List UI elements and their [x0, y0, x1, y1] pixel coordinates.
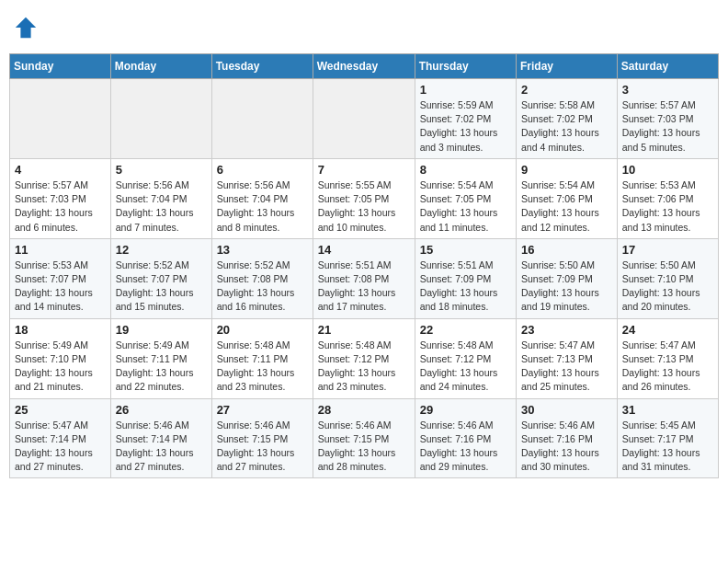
day-number: 31 [622, 403, 713, 417]
day-info: Sunrise: 5:48 AM Sunset: 7:12 PM Dayligh… [318, 339, 410, 395]
calendar-cell: 16Sunrise: 5:50 AM Sunset: 7:09 PM Dayli… [517, 238, 618, 318]
day-info: Sunrise: 5:49 AM Sunset: 7:10 PM Dayligh… [15, 339, 106, 395]
day-number: 12 [116, 243, 207, 257]
day-info: Sunrise: 5:52 AM Sunset: 7:08 PM Dayligh… [217, 259, 308, 315]
day-number: 9 [521, 163, 612, 177]
day-number: 23 [521, 323, 612, 337]
day-number: 25 [15, 403, 106, 417]
day-info: Sunrise: 5:56 AM Sunset: 7:04 PM Dayligh… [217, 178, 308, 235]
calendar-cell: 27Sunrise: 5:46 AM Sunset: 7:15 PM Dayli… [211, 398, 313, 478]
calendar-cell: 25Sunrise: 5:47 AM Sunset: 7:14 PM Dayli… [10, 398, 111, 478]
day-info: Sunrise: 5:53 AM Sunset: 7:07 PM Dayligh… [15, 259, 106, 315]
day-number: 15 [420, 243, 511, 257]
day-number: 5 [116, 163, 207, 177]
calendar-body: 1Sunrise: 5:59 AM Sunset: 7:02 PM Daylig… [10, 79, 719, 478]
day-info: Sunrise: 5:56 AM Sunset: 7:04 PM Dayligh… [116, 178, 207, 235]
day-number: 3 [622, 83, 713, 97]
calendar-cell [211, 79, 313, 159]
day-info: Sunrise: 5:48 AM Sunset: 7:11 PM Dayligh… [217, 339, 308, 395]
calendar-cell: 10Sunrise: 5:53 AM Sunset: 7:06 PM Dayli… [617, 158, 718, 238]
day-number: 24 [622, 323, 713, 337]
weekday-header-tuesday: Tuesday [211, 54, 313, 79]
day-info: Sunrise: 5:46 AM Sunset: 7:14 PM Dayligh… [116, 419, 207, 475]
day-info: Sunrise: 5:53 AM Sunset: 7:06 PM Dayligh… [622, 178, 713, 235]
day-info: Sunrise: 5:57 AM Sunset: 7:03 PM Dayligh… [15, 178, 106, 235]
calendar-cell: 6Sunrise: 5:56 AM Sunset: 7:04 PM Daylig… [211, 158, 313, 238]
day-number: 19 [116, 323, 207, 337]
calendar-cell: 15Sunrise: 5:51 AM Sunset: 7:09 PM Dayli… [415, 238, 516, 318]
calendar-cell: 7Sunrise: 5:55 AM Sunset: 7:05 PM Daylig… [313, 158, 415, 238]
calendar-cell: 26Sunrise: 5:46 AM Sunset: 7:14 PM Dayli… [110, 398, 211, 478]
calendar-cell: 31Sunrise: 5:45 AM Sunset: 7:17 PM Dayli… [617, 398, 718, 478]
calendar-cell: 4Sunrise: 5:57 AM Sunset: 7:03 PM Daylig… [10, 158, 111, 238]
day-info: Sunrise: 5:48 AM Sunset: 7:12 PM Dayligh… [420, 339, 511, 395]
calendar-week-3: 11Sunrise: 5:53 AM Sunset: 7:07 PM Dayli… [10, 238, 719, 318]
day-number: 27 [217, 403, 308, 417]
calendar-cell: 30Sunrise: 5:46 AM Sunset: 7:16 PM Dayli… [517, 398, 618, 478]
day-info: Sunrise: 5:54 AM Sunset: 7:05 PM Dayligh… [420, 178, 511, 235]
day-number: 18 [15, 323, 106, 337]
day-info: Sunrise: 5:47 AM Sunset: 7:13 PM Dayligh… [622, 339, 713, 395]
weekday-header-monday: Monday [110, 54, 211, 79]
day-number: 2 [521, 83, 612, 97]
weekday-header-friday: Friday [517, 54, 618, 79]
day-number: 7 [318, 163, 410, 177]
day-info: Sunrise: 5:51 AM Sunset: 7:08 PM Dayligh… [318, 259, 410, 315]
weekday-header-wednesday: Wednesday [313, 54, 415, 79]
weekday-header-sunday: Sunday [10, 54, 111, 79]
calendar-cell [110, 79, 211, 159]
day-number: 8 [420, 163, 511, 177]
calendar-cell: 1Sunrise: 5:59 AM Sunset: 7:02 PM Daylig… [415, 79, 516, 159]
day-info: Sunrise: 5:57 AM Sunset: 7:03 PM Dayligh… [622, 98, 713, 155]
day-number: 11 [15, 243, 106, 257]
svg-marker-0 [16, 17, 36, 38]
day-number: 13 [217, 243, 308, 257]
day-number: 29 [420, 403, 511, 417]
calendar-cell: 14Sunrise: 5:51 AM Sunset: 7:08 PM Dayli… [313, 238, 415, 318]
day-number: 6 [217, 163, 308, 177]
day-info: Sunrise: 5:46 AM Sunset: 7:15 PM Dayligh… [217, 419, 308, 475]
day-number: 20 [217, 323, 308, 337]
day-info: Sunrise: 5:46 AM Sunset: 7:15 PM Dayligh… [318, 419, 410, 475]
calendar-cell: 9Sunrise: 5:54 AM Sunset: 7:06 PM Daylig… [517, 158, 618, 238]
calendar-cell: 13Sunrise: 5:52 AM Sunset: 7:08 PM Dayli… [211, 238, 313, 318]
calendar-cell: 18Sunrise: 5:49 AM Sunset: 7:10 PM Dayli… [10, 318, 111, 398]
day-info: Sunrise: 5:46 AM Sunset: 7:16 PM Dayligh… [521, 419, 612, 475]
calendar-week-1: 1Sunrise: 5:59 AM Sunset: 7:02 PM Daylig… [10, 79, 719, 159]
day-number: 4 [15, 163, 106, 177]
day-number: 22 [420, 323, 511, 337]
day-number: 28 [318, 403, 410, 417]
day-number: 26 [116, 403, 207, 417]
day-info: Sunrise: 5:51 AM Sunset: 7:09 PM Dayligh… [420, 259, 511, 315]
day-info: Sunrise: 5:47 AM Sunset: 7:13 PM Dayligh… [521, 339, 612, 395]
calendar-cell: 24Sunrise: 5:47 AM Sunset: 7:13 PM Dayli… [617, 318, 718, 398]
calendar-cell: 11Sunrise: 5:53 AM Sunset: 7:07 PM Dayli… [10, 238, 111, 318]
calendar-cell: 2Sunrise: 5:58 AM Sunset: 7:02 PM Daylig… [517, 79, 618, 159]
calendar-cell: 28Sunrise: 5:46 AM Sunset: 7:15 PM Dayli… [313, 398, 415, 478]
calendar-week-2: 4Sunrise: 5:57 AM Sunset: 7:03 PM Daylig… [10, 158, 719, 238]
calendar-cell: 8Sunrise: 5:54 AM Sunset: 7:05 PM Daylig… [415, 158, 516, 238]
day-info: Sunrise: 5:58 AM Sunset: 7:02 PM Dayligh… [521, 98, 612, 155]
calendar-cell: 12Sunrise: 5:52 AM Sunset: 7:07 PM Dayli… [110, 238, 211, 318]
day-info: Sunrise: 5:46 AM Sunset: 7:16 PM Dayligh… [420, 419, 511, 475]
calendar-cell [313, 79, 415, 159]
calendar-cell: 3Sunrise: 5:57 AM Sunset: 7:03 PM Daylig… [617, 79, 718, 159]
day-number: 14 [318, 243, 410, 257]
day-number: 30 [521, 403, 612, 417]
day-info: Sunrise: 5:59 AM Sunset: 7:02 PM Dayligh… [420, 98, 511, 155]
calendar-cell: 21Sunrise: 5:48 AM Sunset: 7:12 PM Dayli… [313, 318, 415, 398]
weekday-header-saturday: Saturday [617, 54, 718, 79]
day-info: Sunrise: 5:55 AM Sunset: 7:05 PM Dayligh… [318, 178, 410, 235]
calendar-header: SundayMondayTuesdayWednesdayThursdayFrid… [10, 54, 719, 79]
day-info: Sunrise: 5:45 AM Sunset: 7:17 PM Dayligh… [622, 419, 713, 475]
logo [13, 15, 42, 40]
calendar-cell: 19Sunrise: 5:49 AM Sunset: 7:11 PM Dayli… [110, 318, 211, 398]
day-number: 17 [622, 243, 713, 257]
weekday-row: SundayMondayTuesdayWednesdayThursdayFrid… [10, 54, 719, 79]
calendar-cell [10, 79, 111, 159]
page-header [9, 9, 719, 46]
calendar-week-4: 18Sunrise: 5:49 AM Sunset: 7:10 PM Dayli… [10, 318, 719, 398]
day-number: 1 [420, 83, 511, 97]
logo-icon [13, 15, 39, 40]
day-number: 10 [622, 163, 713, 177]
